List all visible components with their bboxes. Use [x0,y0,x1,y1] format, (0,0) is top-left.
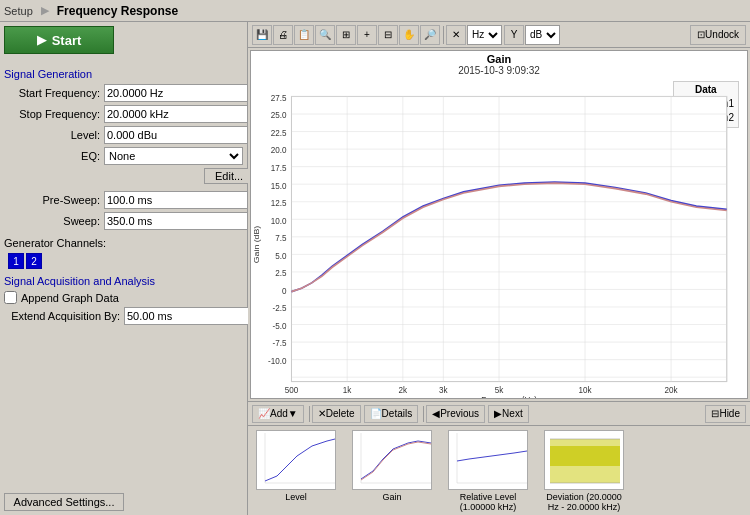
append-graph-checkbox[interactable] [4,291,17,304]
thumbnail-strip: Level Gain [248,425,750,515]
hide-label: Hide [719,408,740,419]
append-graph-label: Append Graph Data [21,292,119,304]
hide-button[interactable]: ⊟ Hide [705,405,746,423]
page-title: Frequency Response [57,4,178,18]
x-unit-select[interactable]: Hz [467,25,502,45]
svg-text:10k: 10k [579,384,593,394]
svg-text:Frequency (Hz): Frequency (Hz) [481,395,537,398]
graph-title: Gain [251,51,747,65]
sweep-input[interactable] [104,212,248,230]
svg-text:20k: 20k [665,384,679,394]
svg-rect-62 [550,446,620,466]
thumb-relative-graph [448,430,528,490]
bottom-sep1 [309,406,310,422]
add-button[interactable]: 📈 Add ▼ [252,405,304,423]
level-label: Level: [4,129,104,141]
sweep-label: Sweep: [4,215,104,227]
graph-svg: 27.5 25.0 22.5 20.0 17.5 15.0 12.5 10.0 … [251,91,747,398]
close-icon[interactable]: ✕ [446,25,466,45]
svg-rect-0 [291,96,726,381]
thumb-gain[interactable]: Gain [352,430,432,502]
thumb-deviation-graph [544,430,624,490]
print-icon[interactable]: 🖨 [273,25,293,45]
svg-text:500: 500 [285,384,299,394]
delete-label: Delete [326,408,355,419]
previous-label: Previous [440,408,479,419]
y-unit-select[interactable]: dB [525,25,560,45]
crop-icon[interactable]: ⊞ [336,25,356,45]
zoom-in-icon[interactable]: 🔍 [315,25,335,45]
graph-timestamp: 2015-10-3 9:09:32 [251,65,747,76]
svg-text:-2.5: -2.5 [272,303,286,313]
zoom-out-icon[interactable]: 🔎 [420,25,440,45]
crosshair-icon[interactable]: + [357,25,377,45]
details-label: Details [382,408,413,419]
svg-text:20.0: 20.0 [271,145,287,155]
stop-freq-label: Stop Frequency: [4,108,104,120]
svg-text:0: 0 [282,286,287,296]
svg-text:Gain (dB): Gain (dB) [251,226,261,264]
svg-text:10.0: 10.0 [271,215,287,225]
svg-text:27.5: 27.5 [271,93,287,103]
svg-text:5.0: 5.0 [275,250,287,260]
start-button[interactable]: ▶ Start [4,26,114,54]
edit-button[interactable]: Edit... [204,168,254,184]
pan-icon[interactable]: ✋ [399,25,419,45]
svg-text:5k: 5k [495,384,504,394]
thumb-deviation[interactable]: Deviation (20.0000Hz - 20.0000 kHz) [544,430,624,512]
ch2-button[interactable]: 2 [26,253,42,269]
undock-button[interactable]: ⊡ Undock [690,25,746,45]
copy-icon[interactable]: 📋 [294,25,314,45]
toolbar-sep1 [443,26,444,44]
extend-acq-label: Extend Acquisition By: [4,310,124,322]
svg-text:-10.0: -10.0 [268,356,287,366]
undock-label: Undock [705,29,739,40]
thumb-gain-graph [352,430,432,490]
ch1-button[interactable]: 1 [8,253,24,269]
thumb-level[interactable]: Level [256,430,336,502]
svg-text:7.5: 7.5 [275,233,287,243]
stop-freq-input[interactable] [104,105,248,123]
eq-select[interactable]: None [104,147,243,165]
pre-sweep-input[interactable] [104,191,248,209]
y-toggle[interactable]: Y [504,25,524,45]
graph-toolbar: 💾 🖨 📋 🔍 ⊞ + ⊟ ✋ 🔎 ✕ Hz Y dB ⊡ [248,22,750,48]
next-icon: ▶ [494,408,502,419]
graph-area: Gain 2015-10-3 9:09:32 Ap Data Ch1 Ch2 [250,50,748,399]
thumb-gain-label: Gain [382,492,401,502]
svg-text:17.5: 17.5 [271,163,287,173]
extend-acq-input[interactable] [124,307,268,325]
thumb-level-graph [256,430,336,490]
add-label: Add [270,408,288,419]
svg-text:-5.0: -5.0 [272,321,286,331]
details-button[interactable]: 📄 Details [364,405,419,423]
prev-icon: ◀ [432,408,440,419]
svg-rect-51 [257,431,336,490]
svg-text:15.0: 15.0 [271,180,287,190]
svg-text:22.5: 22.5 [271,128,287,138]
play-icon: ▶ [37,33,46,47]
signal-gen-label: Signal Generation [4,68,243,80]
thumb-relative-label: Relative Level(1.00000 kHz) [460,492,517,512]
svg-text:12.5: 12.5 [271,198,287,208]
level-input[interactable] [104,126,248,144]
thumb-level-label: Level [285,492,307,502]
start-freq-input[interactable] [104,84,248,102]
svg-text:-7.5: -7.5 [272,338,286,348]
svg-text:2k: 2k [399,384,408,394]
svg-text:1k: 1k [343,384,352,394]
thumb-relative-level[interactable]: Relative Level(1.00000 kHz) [448,430,528,512]
svg-text:2.5: 2.5 [275,268,287,278]
next-button[interactable]: ▶ Next [488,405,529,423]
setup-link[interactable]: Setup [4,5,33,17]
svg-text:25.0: 25.0 [271,110,287,120]
advanced-settings-button[interactable]: Advanced Settings... [4,493,124,511]
grid-icon[interactable]: ⊟ [378,25,398,45]
signal-acq-label: Signal Acquisition and Analysis [4,275,243,287]
previous-button[interactable]: ◀ Previous [426,405,485,423]
pre-sweep-label: Pre-Sweep: [4,194,104,206]
delete-button[interactable]: ✕ Delete [312,405,361,423]
save-icon[interactable]: 💾 [252,25,272,45]
svg-text:3k: 3k [439,384,448,394]
delete-icon: ✕ [318,408,326,419]
